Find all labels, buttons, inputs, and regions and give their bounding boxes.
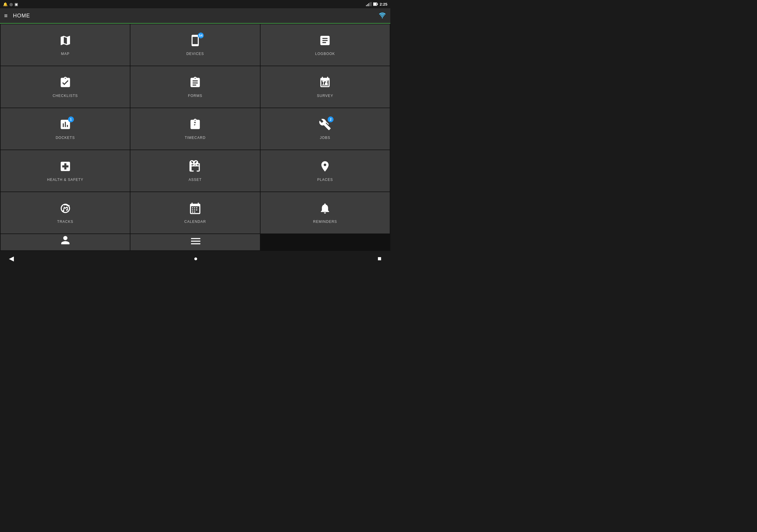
tile-checklists[interactable]: CHECKLISTS xyxy=(1,66,130,107)
dockets-icon: 1 xyxy=(59,118,72,133)
places-label: PLACES xyxy=(317,178,333,182)
bottom-nav: ◀ ● ■ xyxy=(0,251,390,266)
tile-reminders[interactable]: REMINDERS xyxy=(260,192,390,233)
wifi-icon xyxy=(378,12,386,20)
svg-rect-6 xyxy=(374,3,377,5)
reminders-label: REMINDERS xyxy=(313,220,337,224)
svg-marker-2 xyxy=(369,3,369,6)
tile-jobs[interactable]: 2 JOBS xyxy=(260,108,390,150)
svg-rect-23 xyxy=(194,209,195,210)
svg-rect-19 xyxy=(192,207,193,208)
forms-label: FORMS xyxy=(188,94,202,98)
partial1-icon xyxy=(59,235,72,249)
recent-button[interactable]: ■ xyxy=(378,255,381,262)
tile-map[interactable]: MAP xyxy=(1,24,130,66)
main-grid: MAP 54 DEVICES LOGBOOK CHECKLISTS xyxy=(0,24,390,251)
partial2-icon xyxy=(189,235,201,249)
devices-icon: 54 xyxy=(189,34,201,49)
dockets-badge: 1 xyxy=(68,116,74,122)
svg-rect-24 xyxy=(196,209,197,210)
tile-health-safety[interactable]: HEALTH & SAFETY xyxy=(1,150,130,192)
tile-tracks[interactable]: TRACKS xyxy=(1,192,130,233)
battery-icon xyxy=(373,2,378,6)
survey-icon xyxy=(319,76,331,91)
jobs-badge: 2 xyxy=(328,116,334,122)
map-icon xyxy=(59,34,72,49)
logbook-icon xyxy=(319,34,331,49)
timecard-label: TIMECARD xyxy=(185,136,206,140)
hamburger-menu[interactable]: ≡ xyxy=(4,13,8,19)
status-bar: 🔔 ◎ ▣ 2:25 xyxy=(0,0,390,8)
tile-partial-2[interactable] xyxy=(131,234,259,250)
asset-icon xyxy=(189,160,201,175)
tile-forms[interactable]: FORMS xyxy=(131,66,259,107)
calendar-icon xyxy=(189,202,201,217)
devices-label: DEVICES xyxy=(186,52,204,56)
svg-rect-26 xyxy=(194,211,195,213)
svg-rect-7 xyxy=(377,4,378,5)
top-bar: ≡ HOME xyxy=(0,8,390,24)
tracks-label: TRACKS xyxy=(57,220,73,224)
asset-label: ASSET xyxy=(189,178,202,182)
app-title: HOME xyxy=(13,13,30,19)
storage-icon: ▣ xyxy=(15,2,18,7)
status-bar-right: 2:25 xyxy=(366,2,387,7)
tile-logbook[interactable]: LOGBOOK xyxy=(260,24,390,66)
svg-point-17 xyxy=(62,210,64,212)
status-bar-left: 🔔 ◎ ▣ xyxy=(3,2,18,7)
home-button[interactable]: ● xyxy=(194,255,197,262)
svg-marker-4 xyxy=(371,2,371,6)
svg-rect-25 xyxy=(192,211,193,213)
checklists-icon xyxy=(59,76,72,91)
jobs-icon: 2 xyxy=(319,118,331,133)
calendar-label: CALENDAR xyxy=(184,220,206,224)
tile-calendar[interactable]: CALENDAR xyxy=(131,192,259,233)
back-button[interactable]: ◀ xyxy=(9,255,14,262)
svg-marker-1 xyxy=(367,4,368,6)
svg-point-18 xyxy=(66,209,67,210)
health-safety-label: HEALTH & SAFETY xyxy=(47,178,83,182)
checklists-label: CHECKLISTS xyxy=(53,94,78,98)
tile-survey[interactable]: SURVEY xyxy=(260,66,390,107)
health-safety-icon xyxy=(59,160,72,175)
logbook-label: LOGBOOK xyxy=(315,52,335,56)
tile-devices[interactable]: 54 DEVICES xyxy=(131,24,259,66)
reminders-icon xyxy=(319,202,331,217)
circle-icon: ◎ xyxy=(10,2,13,7)
forms-icon xyxy=(189,76,201,91)
tile-places[interactable]: PLACES xyxy=(260,150,390,192)
signal-icon xyxy=(366,2,371,6)
devices-badge: 54 xyxy=(198,33,204,39)
svg-marker-3 xyxy=(370,2,370,6)
tile-partial-1[interactable] xyxy=(1,234,130,250)
jobs-label: JOBS xyxy=(320,136,330,140)
alarm-icon: 🔔 xyxy=(3,2,8,7)
tracks-icon xyxy=(59,202,72,217)
svg-point-8 xyxy=(382,17,383,18)
tile-timecard[interactable]: TIMECARD xyxy=(131,108,259,150)
svg-rect-20 xyxy=(194,207,195,208)
svg-rect-21 xyxy=(196,207,197,208)
timecard-icon xyxy=(189,118,201,133)
tile-asset[interactable]: ASSET xyxy=(131,150,259,192)
status-time: 2:25 xyxy=(380,2,387,7)
places-icon xyxy=(319,160,331,175)
dockets-label: DOCKETS xyxy=(56,136,75,140)
svg-rect-22 xyxy=(192,209,193,210)
map-label: MAP xyxy=(61,52,70,56)
tile-dockets[interactable]: 1 DOCKETS xyxy=(1,108,130,150)
svg-marker-0 xyxy=(366,5,367,6)
survey-label: SURVEY xyxy=(317,94,333,98)
